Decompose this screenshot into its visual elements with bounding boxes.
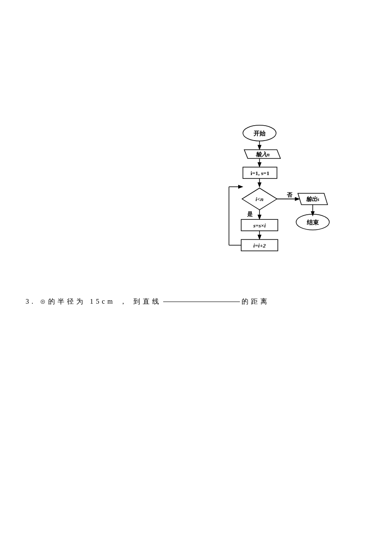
svg-text:结束: 结束 bbox=[306, 219, 319, 226]
svg-text:s=s×i: s=s×i bbox=[253, 222, 266, 229]
svg-text:开始: 开始 bbox=[253, 130, 266, 137]
flowchart-area: 开始 输入n i=1, s=1 i<n 是 否 s=s× bbox=[205, 124, 349, 307]
svg-text:i=i+2: i=i+2 bbox=[253, 242, 266, 249]
svg-text:i<n: i<n bbox=[256, 196, 264, 202]
problem-3-prefix: 3. ⊙的半径为 15cm ， 到直线 bbox=[26, 297, 161, 306]
flowchart-svg: 开始 输入n i=1, s=1 i<n 是 否 s=s× bbox=[205, 124, 349, 307]
page: 开始 输入n i=1, s=1 i<n 是 否 s=s× bbox=[0, 0, 392, 555]
svg-text:是: 是 bbox=[247, 211, 253, 217]
svg-text:i=1, s=1: i=1, s=1 bbox=[251, 170, 269, 176]
problem-3-text: 3. ⊙的半径为 15cm ， 到直线 的距离 bbox=[26, 297, 270, 306]
problem-3-suffix: 的距离 bbox=[242, 297, 270, 306]
svg-text:否: 否 bbox=[287, 192, 293, 198]
problem-3-blank bbox=[163, 302, 240, 302]
svg-text:输入n: 输入n bbox=[256, 151, 270, 158]
svg-text:输出s: 输出s bbox=[306, 196, 319, 202]
